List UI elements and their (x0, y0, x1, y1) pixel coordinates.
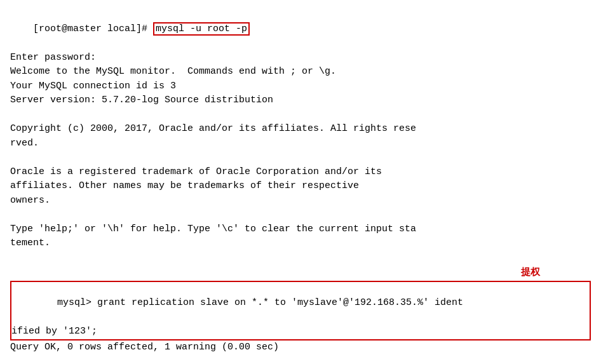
terminal-window: [root@master local]# mysql -u root -p En… (10, 8, 591, 364)
grant-lines-box: mysql> grant replication slave on *.* to… (10, 281, 591, 340)
line-oracle1: Oracle is a registered trademark of Orac… (10, 165, 591, 180)
command1-highlight: mysql -u root -p (153, 22, 250, 36)
line-blank4 (10, 251, 591, 266)
line-blank1 (10, 108, 591, 123)
line-prompt: [root@master local]# mysql -u root -p (10, 8, 591, 51)
line-blank3 (10, 208, 591, 222)
line-welcome: Welcome to the MySQL monitor. Commands e… (10, 65, 591, 79)
line-server-version: Server version: 5.7.20-log Source distri… (10, 93, 591, 108)
line-help2: tement. (10, 236, 591, 251)
line-oracle2: affiliates. Other names may be trademark… (10, 179, 591, 194)
line-blank2 (10, 151, 591, 165)
line-copyright2: rved. (10, 137, 591, 151)
grant-line1: mysql> grant replication slave on *.* to… (11, 282, 590, 325)
annotation-grant: 提权 (10, 265, 591, 281)
line-help1: Type 'help;' or '\h' for help. Type '\c'… (10, 222, 591, 237)
grant-command1: grant replication slave on *.* to 'mysla… (97, 297, 463, 308)
prompt-text: [root@master local]# (33, 24, 153, 34)
line-connection-id: Your MySQL connection id is 3 (10, 79, 591, 94)
grant-section: 提权 mysql> grant replication slave on *.*… (10, 265, 591, 354)
grant-result: Query OK, 0 rows affected, 1 warning (0.… (10, 340, 591, 355)
line-blank5 (10, 354, 591, 364)
line-oracle3: owners. (10, 194, 591, 208)
grant-prompt: mysql> (57, 297, 97, 308)
annotation-grant-text: 提权 (521, 267, 540, 277)
grant-line2: ified by '123'; (11, 325, 590, 339)
line-enter-password: Enter password: (10, 51, 591, 65)
line-copyright1: Copyright (c) 2000, 2017, Oracle and/or … (10, 122, 591, 137)
